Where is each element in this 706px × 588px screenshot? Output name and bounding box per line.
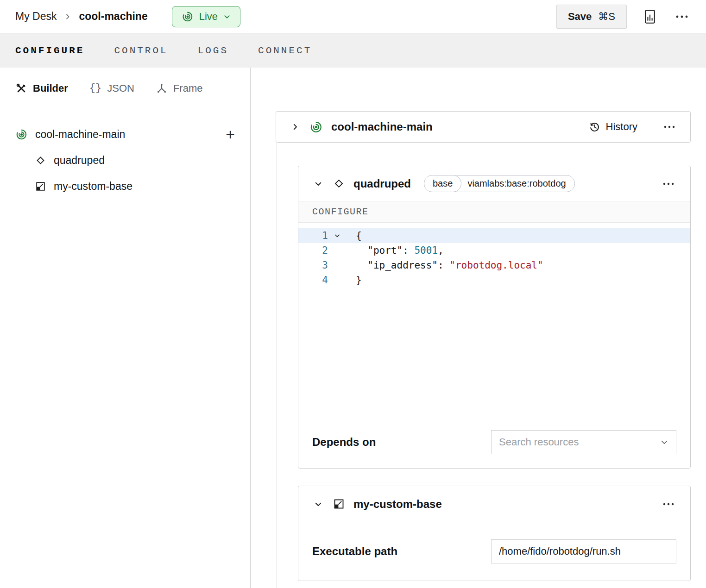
module-icon xyxy=(35,181,46,192)
tree-item-label: quadruped xyxy=(54,154,105,167)
breadcrumb: My Desk cool-machine xyxy=(15,10,148,23)
tree-item-label: my-custom-base xyxy=(54,180,132,193)
custom-base-card-header: my-custom-base xyxy=(298,486,690,522)
save-shortcut: ⌘S xyxy=(598,11,615,23)
mode-builder[interactable]: Builder xyxy=(15,82,68,94)
machine-page: My Desk cool-machine Live Save ⌘ xyxy=(0,0,706,588)
braces-icon: {} xyxy=(89,82,101,94)
chevron-right-icon xyxy=(291,123,299,131)
tree-item-my-custom-base[interactable]: my-custom-base xyxy=(0,173,250,199)
type-badge: base xyxy=(424,175,461,192)
chevron-down-icon xyxy=(660,438,668,446)
configure-section-label: CONFIGURE xyxy=(312,206,369,217)
part-connector-line xyxy=(277,143,277,588)
more-horizontal-icon xyxy=(662,182,674,186)
view-mode-switch: Builder {} JSON Frame xyxy=(0,68,250,109)
mode-builder-label: Builder xyxy=(33,82,68,94)
quadruped-card-header: quadruped base viamlabs:base:robotdog xyxy=(298,166,690,201)
mode-frame[interactable]: Frame xyxy=(156,82,203,94)
breadcrumb-current: cool-machine xyxy=(79,10,147,23)
configure-content: cool-machine-main History xyxy=(251,68,706,588)
more-horizontal-icon xyxy=(675,14,689,19)
save-button[interactable]: Save ⌘S xyxy=(556,5,627,29)
top-bar: My Desk cool-machine Live Save ⌘ xyxy=(0,0,706,33)
chevron-right-icon xyxy=(64,13,71,20)
mode-json-label: JSON xyxy=(107,82,134,94)
depends-on-row: Depends on xyxy=(298,416,690,468)
breadcrumb-parent-link[interactable]: My Desk xyxy=(15,10,57,23)
add-component-button[interactable]: + xyxy=(226,126,235,142)
live-label: Live xyxy=(199,11,218,23)
machine-part-title: cool-machine-main xyxy=(331,120,433,133)
more-horizontal-icon xyxy=(663,125,675,129)
metrics-button[interactable] xyxy=(642,7,658,26)
tools-icon xyxy=(15,82,27,94)
executable-path-label: Executable path xyxy=(312,545,397,558)
depends-on-label: Depends on xyxy=(312,436,376,449)
fold-chevron-icon[interactable] xyxy=(328,232,347,239)
machine-part-card: cool-machine-main History xyxy=(276,111,691,143)
model-badge: viamlabs:base:robotdog xyxy=(449,175,574,192)
component-title: quadruped xyxy=(353,177,411,190)
save-label: Save xyxy=(568,11,592,23)
line-number: 2 xyxy=(298,243,328,258)
collapse-component-button[interactable] xyxy=(312,178,324,190)
component-more-button[interactable] xyxy=(661,500,676,508)
code-line[interactable]: 2 "port": 5001, xyxy=(298,243,690,258)
line-number: 3 xyxy=(298,258,328,273)
broadcast-icon xyxy=(15,128,28,141)
code-text[interactable]: } xyxy=(347,273,362,288)
tree-item-quadruped[interactable]: quadruped xyxy=(0,147,250,173)
history-clock-icon xyxy=(589,121,600,133)
builder-sidebar: Builder {} JSON Frame xyxy=(0,68,251,588)
chevron-down-icon xyxy=(314,180,322,188)
chevron-down-icon xyxy=(223,13,231,20)
code-text[interactable]: "ip_address": "robotdog.local" xyxy=(347,258,543,273)
broadcast-icon xyxy=(182,11,194,23)
component-title: my-custom-base xyxy=(353,498,442,511)
live-status-dropdown[interactable]: Live xyxy=(172,6,240,27)
code-lines: 1{2 "port": 5001,3 "ip_address": "robotd… xyxy=(298,228,690,288)
part-tree: cool-machine-main + quadruped xyxy=(0,109,250,199)
component-more-button[interactable] xyxy=(661,180,676,188)
custom-base-card: my-custom-base Executable path xyxy=(298,486,691,581)
executable-path-input[interactable] xyxy=(491,539,676,563)
configure-section-bar: CONFIGURE xyxy=(298,201,690,223)
tab-configure[interactable]: CONFIGURE xyxy=(15,45,84,56)
history-label: History xyxy=(606,121,637,133)
frame-axes-icon xyxy=(156,82,168,94)
code-text[interactable]: { xyxy=(347,228,362,243)
quadruped-component-card: quadruped base viamlabs:base:robotdog CO… xyxy=(298,166,691,469)
code-line[interactable]: 4} xyxy=(298,273,690,288)
machine-part-more-button[interactable] xyxy=(662,123,677,131)
diamond-icon xyxy=(333,177,345,190)
tree-root-label: cool-machine-main xyxy=(35,128,125,141)
module-icon xyxy=(333,498,345,510)
chevron-down-icon xyxy=(314,500,322,508)
json-code-editor[interactable]: 1{2 "port": 5001,3 "ip_address": "robotd… xyxy=(298,223,690,416)
custom-base-body: Executable path xyxy=(298,522,690,581)
diamond-icon xyxy=(35,155,46,166)
tab-control[interactable]: CONTROL xyxy=(114,45,168,56)
tab-bar: CONFIGURE CONTROL LOGS CONNECT xyxy=(0,33,706,68)
code-text[interactable]: "port": 5001, xyxy=(347,243,444,258)
header-more-button[interactable] xyxy=(673,13,691,21)
depends-on-select[interactable] xyxy=(491,430,676,454)
line-number: 1 xyxy=(298,228,328,243)
broadcast-icon xyxy=(309,120,323,134)
code-line[interactable]: 3 "ip_address": "robotdog.local" xyxy=(298,258,690,273)
tab-logs[interactable]: LOGS xyxy=(198,45,228,56)
tree-root-machine-part[interactable]: cool-machine-main + xyxy=(0,121,250,147)
line-number: 4 xyxy=(298,273,328,288)
document-chart-icon xyxy=(643,9,656,24)
history-button[interactable]: History xyxy=(589,121,637,133)
component-type-badges: base viamlabs:base:robotdog xyxy=(424,175,575,192)
more-horizontal-icon xyxy=(662,502,674,506)
mode-frame-label: Frame xyxy=(173,82,203,94)
mode-json[interactable]: {} JSON xyxy=(89,82,134,94)
search-resources-input[interactable] xyxy=(499,436,656,448)
code-line[interactable]: 1{ xyxy=(298,228,690,243)
tab-connect[interactable]: CONNECT xyxy=(258,45,312,56)
expand-part-button[interactable] xyxy=(289,121,301,133)
collapse-component-button[interactable] xyxy=(312,498,324,510)
